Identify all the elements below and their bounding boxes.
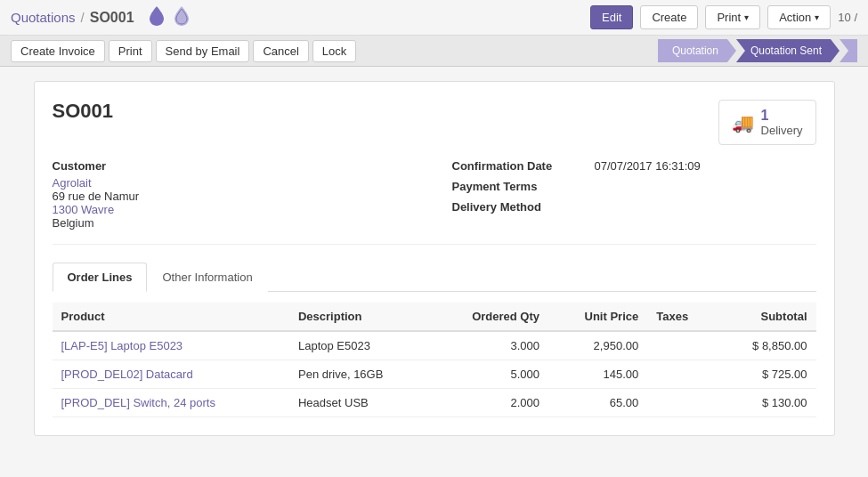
print-action-button[interactable]: Print <box>109 40 152 62</box>
cell-taxes-0 <box>647 331 716 360</box>
cell-product-1[interactable]: [PROD_DEL02] Datacard <box>53 360 289 389</box>
confirmation-date-row: Confirmation Date 07/07/2017 16:31:09 <box>452 159 816 173</box>
send-email-button[interactable]: Send by Email <box>156 40 250 62</box>
cell-subtotal-0: $ 8,850.00 <box>716 331 815 360</box>
action-label: Action <box>779 11 811 24</box>
cell-qty-0: 3.000 <box>431 331 548 360</box>
table-header-row: Product Description Ordered Qty Unit Pri… <box>53 303 816 331</box>
cell-taxes-1 <box>647 360 716 389</box>
top-right: Edit Create Print ▾ Action ▾ 10 / <box>590 5 857 29</box>
page-indicator: 10 / <box>838 11 857 24</box>
create-invoice-button[interactable]: Create Invoice <box>11 40 105 62</box>
cell-unit-price-0: 2,950.00 <box>548 331 647 360</box>
cell-subtotal-2: $ 130.00 <box>716 389 815 417</box>
col-unit-price: Unit Price <box>548 303 647 331</box>
cell-qty-1: 5.000 <box>431 360 548 389</box>
info-section: Customer Agrolait 69 rue de Namur 1300 W… <box>53 159 816 245</box>
breadcrumb-current: SO001 <box>90 10 134 26</box>
status-arrow-end <box>840 39 857 62</box>
cell-product-2[interactable]: [PROD_DEL] Switch, 24 ports <box>53 389 289 417</box>
order-fields: Confirmation Date 07/07/2017 16:31:09 Pa… <box>452 159 816 230</box>
delivery-label: Delivery <box>761 124 803 137</box>
action-bar: Create Invoice Print Send by Email Cance… <box>0 36 868 67</box>
table-row: [LAP-E5] Laptop E5023 Laptop E5023 3.000… <box>53 331 816 360</box>
cell-unit-price-2: 65.00 <box>548 389 647 417</box>
print-arrow-icon: ▾ <box>744 12 749 22</box>
document-title: SO001 <box>53 100 114 123</box>
cell-subtotal-1: $ 725.00 <box>716 360 815 389</box>
main-content: SO001 🚚 1 Delivery Customer Agrolait 69 … <box>0 67 868 450</box>
customer-name[interactable]: Agrolait <box>53 176 417 190</box>
col-qty: Ordered Qty <box>431 303 548 331</box>
tabs: Order Lines Other Information <box>53 263 816 292</box>
print-label: Print <box>717 11 741 24</box>
lock-button[interactable]: Lock <box>312 40 356 62</box>
droplet-icon-2 <box>174 6 190 28</box>
product-link-0[interactable]: [LAP-E5] Laptop E5023 <box>61 339 183 352</box>
delivery-method-row: Delivery Method <box>452 200 816 214</box>
col-taxes: Taxes <box>647 303 716 331</box>
print-button[interactable]: Print ▾ <box>705 5 760 29</box>
cell-taxes-2 <box>647 389 716 417</box>
document-header: SO001 🚚 1 Delivery <box>53 100 816 145</box>
cell-qty-2: 2.000 <box>431 389 548 417</box>
payment-terms-label: Payment Terms <box>452 180 577 193</box>
tab-order-lines[interactable]: Order Lines <box>53 263 148 292</box>
customer-address-line1: 69 rue de Namur <box>53 190 417 203</box>
breadcrumb-parent[interactable]: Quotations <box>11 10 76 25</box>
edit-button[interactable]: Edit <box>590 5 633 29</box>
delivery-method-label: Delivery Method <box>452 200 577 214</box>
action-button[interactable]: Action ▾ <box>767 5 831 29</box>
payment-terms-row: Payment Terms <box>452 180 816 193</box>
cell-description-1: Pen drive, 16GB <box>289 360 431 389</box>
customer-address-line3: Belgium <box>53 216 417 230</box>
status-step-quotation-sent: Quotation Sent <box>736 39 840 62</box>
product-link-2[interactable]: [PROD_DEL] Switch, 24 ports <box>61 396 215 409</box>
create-button[interactable]: Create <box>640 5 698 29</box>
cancel-button[interactable]: Cancel <box>253 40 308 62</box>
product-link-1[interactable]: [PROD_DEL02] Datacard <box>61 368 193 381</box>
customer-label: Customer <box>53 159 417 173</box>
table-row: [PROD_DEL] Switch, 24 ports Headset USB … <box>53 389 816 417</box>
confirmation-date-label: Confirmation Date <box>452 159 577 173</box>
delivery-truck-icon: 🚚 <box>732 112 754 133</box>
delivery-box[interactable]: 🚚 1 Delivery <box>718 100 816 145</box>
cell-unit-price-1: 145.00 <box>548 360 647 389</box>
col-product: Product <box>53 303 289 331</box>
status-step-quotation: Quotation <box>658 39 736 62</box>
table-row: [PROD_DEL02] Datacard Pen drive, 16GB 5.… <box>53 360 816 389</box>
delivery-count: 1 <box>761 108 803 124</box>
droplet-icon-1 <box>149 6 165 28</box>
action-arrow-icon: ▾ <box>815 12 819 22</box>
cell-product-0[interactable]: [LAP-E5] Laptop E5023 <box>53 331 289 360</box>
status-steps: Quotation Quotation Sent <box>658 39 857 62</box>
cell-description-2: Headset USB <box>289 389 431 417</box>
col-subtotal: Subtotal <box>716 303 815 331</box>
top-bar: Quotations / SO001 Edit Create Print ▾ A… <box>0 0 868 36</box>
cell-description-0: Laptop E5023 <box>289 331 431 360</box>
confirmation-date-value: 07/07/2017 16:31:09 <box>595 159 701 173</box>
breadcrumb-separator: / <box>81 10 85 25</box>
order-table: Product Description Ordered Qty Unit Pri… <box>53 303 816 417</box>
customer-info: Customer Agrolait 69 rue de Namur 1300 W… <box>53 159 417 230</box>
document-card: SO001 🚚 1 Delivery Customer Agrolait 69 … <box>34 81 835 436</box>
breadcrumb: Quotations / SO001 <box>11 6 190 28</box>
tab-other-information[interactable]: Other Information <box>147 263 267 292</box>
customer-address-line2: 1300 Wavre <box>53 203 417 216</box>
col-description: Description <box>289 303 431 331</box>
